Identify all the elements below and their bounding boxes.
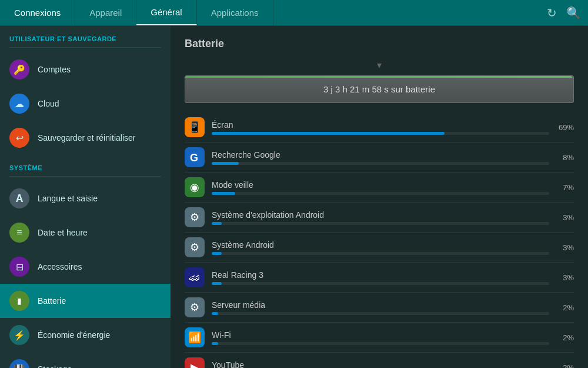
sidebar: UTILISATEUR ET SAUVEGARDE 🔑 Comptes ☁ Cl…: [0, 26, 171, 368]
battery-item-name: Wi-Fi: [212, 330, 549, 340]
accessoires-icon: ⊟: [9, 257, 29, 277]
dropdown-arrow[interactable]: ▾: [185, 59, 574, 71]
battery-item-percent: 3%: [556, 243, 574, 252]
divider-systeme: [9, 176, 161, 177]
battery-item-percent: 8%: [556, 153, 574, 162]
battery-item-name: Real Racing 3: [212, 270, 549, 280]
battery-bar-track: [212, 342, 549, 345]
economie-icon: ⚡: [9, 325, 29, 345]
battery-item-percent: 69%: [556, 123, 574, 132]
nav-general[interactable]: Général: [136, 0, 196, 25]
sauvegarder-icon: ↩: [9, 128, 29, 148]
nav-general-label: Général: [151, 7, 182, 17]
battery-bar-track: [212, 282, 549, 285]
nav-applications[interactable]: Applications: [197, 0, 273, 25]
battery-bar-track: [212, 162, 549, 165]
battery-item-icon: 📱: [185, 117, 205, 137]
battery-bar-fill: [212, 132, 445, 135]
battery-items-list: 📱 Écran 69% G Recherche Google 8%: [185, 112, 574, 368]
battery-item[interactable]: ▶ YouTube 2%: [185, 353, 574, 368]
battery-item-info: Wi-Fi: [212, 330, 549, 345]
economie-label: Économie d'énergie: [38, 330, 110, 340]
battery-item-percent: 7%: [556, 183, 574, 192]
langue-icon: A: [9, 188, 29, 208]
battery-item-name: YouTube: [212, 360, 549, 369]
battery-item[interactable]: G Recherche Google 8%: [185, 142, 574, 173]
nav-spacer: [273, 0, 540, 25]
battery-item-percent: 2%: [556, 303, 574, 312]
battery-item-icon: ⚙: [185, 237, 205, 257]
battery-item-icon: ◉: [185, 177, 205, 197]
nav-appareil[interactable]: Appareil: [75, 0, 136, 25]
main-content: UTILISATEUR ET SAUVEGARDE 🔑 Comptes ☁ Cl…: [0, 26, 588, 368]
battery-item-percent: 3%: [556, 273, 574, 282]
svg-text:G: G: [190, 152, 198, 164]
sidebar-section-user: UTILISATEUR ET SAUVEGARDE: [0, 26, 171, 47]
battery-item-percent: 3%: [556, 213, 574, 222]
battery-bar-track: [212, 252, 549, 255]
battery-item-icon: ⚙: [185, 207, 205, 227]
panel-title: Batterie: [185, 38, 574, 50]
langue-label: Langue et saisie: [38, 194, 98, 203]
sidebar-item-langue[interactable]: A Langue et saisie: [0, 181, 171, 216]
battery-item-name: Mode veille: [212, 180, 549, 190]
battery-item-percent: 2%: [556, 333, 574, 342]
battery-item-info: Serveur média: [212, 300, 549, 315]
battery-item-percent: 2%: [556, 363, 574, 369]
battery-item[interactable]: ◉ Mode veille 7%: [185, 173, 574, 203]
battery-item-icon: G: [185, 147, 205, 167]
battery-item[interactable]: ⚙ Serveur média 2%: [185, 293, 574, 323]
comptes-label: Comptes: [38, 65, 71, 74]
battery-item-info: Écran: [212, 120, 549, 135]
sidebar-item-cloud[interactable]: ☁ Cloud: [0, 87, 171, 121]
battery-bar-track: [212, 192, 549, 195]
top-navigation: Connexions Appareil Général Applications…: [0, 0, 588, 26]
battery-item[interactable]: 📱 Écran 69%: [185, 112, 574, 142]
nav-connexions-label: Connexions: [14, 8, 61, 18]
nav-appareil-label: Appareil: [89, 8, 122, 18]
battery-item-info: Recherche Google: [212, 150, 549, 165]
sauvegarder-label: Sauvegarder et réinitialiser: [38, 133, 136, 142]
battery-item-info: Mode veille: [212, 180, 549, 195]
battery-item-name: Serveur média: [212, 300, 549, 310]
date-icon: ≡: [9, 223, 29, 243]
cloud-icon: ☁: [9, 94, 29, 114]
battery-item[interactable]: ⚙ Système d'exploitation Android 3%: [185, 203, 574, 233]
battery-bar-fill: [212, 162, 239, 165]
battery-time-text: 3 j 3 h 21 m 58 s sur batterie: [323, 84, 435, 94]
cloud-label: Cloud: [38, 99, 59, 108]
battery-item-icon: ⚙: [185, 297, 205, 317]
battery-item[interactable]: ⚙ Système Android 3%: [185, 233, 574, 263]
battery-item[interactable]: 📶 Wi-Fi 2%: [185, 323, 574, 353]
date-label: Date et heure: [38, 228, 88, 237]
sidebar-item-economie[interactable]: ⚡ Économie d'énergie: [0, 318, 171, 352]
battery-item-icon: 🏎: [185, 267, 205, 287]
battery-item-info: YouTube: [212, 360, 549, 369]
refresh-icon[interactable]: ↻: [547, 6, 557, 20]
sidebar-item-date[interactable]: ≡ Date et heure: [0, 216, 171, 250]
right-panel: Batterie ▾ 3 j 3 h 21 m 58 s sur batteri…: [171, 26, 588, 368]
battery-bar-fill: [212, 342, 218, 345]
battery-bar-fill: [212, 282, 222, 285]
sidebar-item-stockage[interactable]: 💾 Stockage: [0, 352, 171, 368]
battery-time-bar: 3 j 3 h 21 m 58 s sur batterie: [185, 75, 574, 103]
battery-item-name: Système Android: [212, 240, 549, 250]
battery-bar-track: [212, 222, 549, 225]
nav-connexions[interactable]: Connexions: [0, 0, 75, 25]
batterie-icon: ▮: [9, 291, 29, 311]
batterie-label: Batterie: [38, 296, 66, 306]
battery-item[interactable]: 🏎 Real Racing 3 3%: [185, 263, 574, 293]
search-icon[interactable]: 🔍: [566, 6, 581, 20]
battery-item-name: Écran: [212, 120, 549, 130]
battery-bar-track: [212, 312, 549, 315]
sidebar-item-sauvegarder[interactable]: ↩ Sauvegarder et réinitialiser: [0, 121, 171, 155]
nav-applications-label: Applications: [211, 8, 259, 18]
battery-item-info: Système Android: [212, 240, 549, 255]
battery-item-info: Système d'exploitation Android: [212, 210, 549, 225]
sidebar-item-comptes[interactable]: 🔑 Comptes: [0, 52, 171, 87]
sidebar-section-systeme: SYSTÈME: [0, 155, 171, 176]
nav-action-icons: ↻ 🔍: [540, 0, 588, 25]
battery-bar-fill: [212, 222, 222, 225]
sidebar-item-batterie[interactable]: ▮ Batterie: [0, 284, 171, 318]
sidebar-item-accessoires[interactable]: ⊟ Accessoires: [0, 250, 171, 284]
